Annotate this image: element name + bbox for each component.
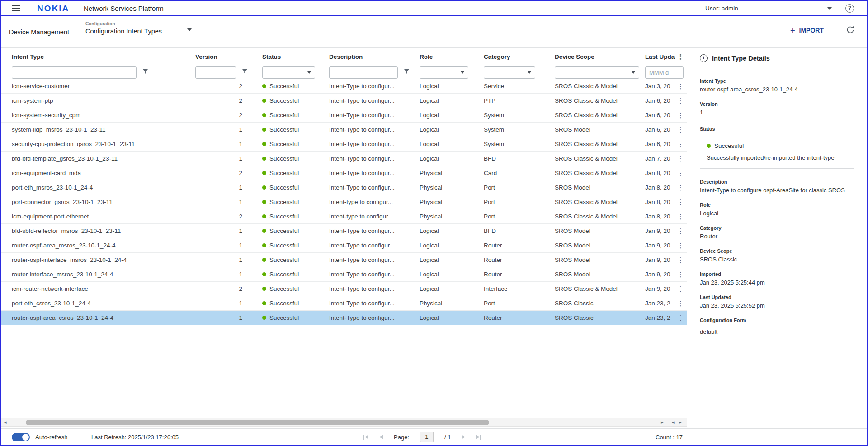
view-picker-caret-icon[interactable]	[187, 28, 192, 31]
column-header-device-scope[interactable]: Device Scope	[555, 53, 645, 60]
scrollbar-thumb[interactable]	[26, 420, 489, 425]
column-settings-icon[interactable]: ⋮	[675, 53, 687, 61]
column-header-intent-type[interactable]: Intent Type	[12, 53, 195, 60]
horizontal-scrollbar[interactable]: ◂ ▸ ◂ ▸	[1, 418, 687, 427]
status-filter-select[interactable]	[262, 66, 315, 79]
cell-description: Intent-Type to configur...	[329, 141, 420, 147]
category-filter-select[interactable]	[484, 66, 535, 79]
table-row[interactable]: port-connector_gsros_23-10-1_23-11 1 Suc…	[1, 195, 687, 209]
cell-last-updated: Jan 9, 20	[645, 285, 675, 292]
row-actions-icon[interactable]: ⋮	[675, 256, 687, 264]
cell-status: Successful	[262, 256, 329, 263]
table-row[interactable]: bfd-sbfd-reflector_msros_23-10-1_23-11 1…	[1, 224, 687, 238]
user-menu-caret-icon[interactable]	[827, 7, 832, 10]
auto-refresh-toggle[interactable]	[12, 433, 30, 441]
view-picker[interactable]: Configuration Configuration Intent Types	[85, 21, 162, 35]
column-header-last-updated[interactable]: Last Updated	[645, 53, 675, 60]
row-actions-icon[interactable]: ⋮	[675, 82, 687, 90]
cell-device-scope: SROS Classic	[555, 314, 645, 321]
status-success-dot-icon	[262, 258, 266, 262]
row-actions-icon[interactable]: ⋮	[675, 314, 687, 322]
table-row[interactable]: bfd-bfd-template_gsros_23-10-1_23-11 1 S…	[1, 152, 687, 166]
cell-category: Router	[484, 271, 555, 278]
user-menu-label[interactable]: User: admin	[705, 5, 738, 12]
table-row[interactable]: security-cpu-protection_gsros_23-10-1_23…	[1, 137, 687, 152]
row-actions-icon[interactable]: ⋮	[675, 270, 687, 279]
table-row[interactable]: system-lldp_msros_23-10-1_23-11 1 Succes…	[1, 123, 687, 137]
row-actions-icon[interactable]: ⋮	[675, 285, 687, 293]
row-actions-icon[interactable]: ⋮	[675, 111, 687, 119]
import-button[interactable]: + IMPORT	[790, 27, 824, 34]
row-actions-icon[interactable]: ⋮	[675, 169, 687, 177]
detail-version-label: Version	[700, 101, 854, 107]
row-actions-icon[interactable]: ⋮	[675, 213, 687, 221]
version-filter-funnel-icon[interactable]	[242, 68, 248, 76]
role-filter-select[interactable]	[420, 66, 468, 79]
table-row[interactable]: router-ospf-area_msros_23-10-1_24-4 1 Su…	[1, 238, 687, 253]
scroll-left-icon[interactable]: ◂	[4, 419, 7, 425]
row-actions-icon[interactable]: ⋮	[675, 126, 687, 134]
description-filter-input[interactable]	[329, 66, 398, 79]
table-row[interactable]: icm-equipment-card_mda 2 Successful Inte…	[1, 166, 687, 180]
scroll-page-right-icon[interactable]: ▸	[679, 419, 682, 425]
table-row[interactable]: router-interface_msros_23-10-1_24-4 1 Su…	[1, 267, 687, 282]
table-row[interactable]: icm-system-ptp 2 Successful Intent-Type …	[1, 94, 687, 108]
cell-device-scope: SROS Classic & Model	[555, 199, 645, 205]
refresh-icon[interactable]	[845, 25, 855, 35]
row-actions-icon[interactable]: ⋮	[675, 299, 687, 308]
status-success-dot-icon	[262, 287, 266, 291]
page-number-input[interactable]: 1	[420, 432, 434, 442]
cell-category: Port	[484, 199, 555, 205]
detail-role-value: Logical	[700, 210, 854, 217]
row-actions-icon[interactable]: ⋮	[675, 227, 687, 235]
row-actions-icon[interactable]: ⋮	[675, 242, 687, 250]
last-page-icon[interactable]	[476, 435, 481, 440]
table-row[interactable]: icm-router-network-interface 2 Successfu…	[1, 282, 687, 296]
cell-description: Intent-type to configur...	[329, 213, 420, 220]
cell-status: Successful	[262, 170, 329, 176]
previous-page-icon[interactable]	[379, 435, 383, 439]
table-filter-row	[1, 66, 687, 79]
column-header-description[interactable]: Description	[329, 53, 420, 60]
last-updated-filter-input[interactable]	[645, 66, 684, 79]
row-actions-icon[interactable]: ⋮	[675, 155, 687, 163]
table-row[interactable]: router-ospf-interface_msros_23-10-1_24-4…	[1, 253, 687, 267]
column-header-version[interactable]: Version	[195, 53, 262, 60]
cell-device-scope: SROS Model	[555, 256, 645, 263]
intent-type-filter-input[interactable]	[12, 66, 137, 79]
column-header-category[interactable]: Category	[484, 53, 555, 60]
version-filter-input[interactable]	[195, 66, 236, 79]
intent-type-filter-funnel-icon[interactable]	[142, 68, 148, 76]
scroll-page-left-icon[interactable]: ◂	[672, 419, 675, 425]
cell-intent-type: bfd-bfd-template_gsros_23-10-1_23-11	[12, 155, 195, 162]
column-header-role[interactable]: Role	[420, 53, 484, 60]
table-row[interactable]: icm-equipment-port-ethernet 2 Successful…	[1, 209, 687, 224]
table-row[interactable]: icm-service-customer 2 Successful Intent…	[1, 79, 687, 94]
device-scope-filter-select[interactable]	[555, 66, 639, 79]
cell-intent-type: icm-service-customer	[12, 83, 195, 90]
table-row[interactable]: port-eth_csros_23-10-1_24-4 1 Successful…	[1, 296, 687, 311]
status-text: Successful	[269, 83, 299, 90]
cell-category: Service	[484, 83, 555, 90]
cell-status: Successful	[262, 83, 329, 90]
scroll-right-icon[interactable]: ▸	[661, 419, 664, 425]
table-row[interactable]: router-ospf-area_csros_23-10-1_24-4 1 Su…	[1, 311, 687, 325]
row-actions-icon[interactable]: ⋮	[675, 140, 687, 148]
row-actions-icon[interactable]: ⋮	[675, 97, 687, 105]
cell-intent-type: icm-system-security_cpm	[12, 112, 195, 119]
column-header-status[interactable]: Status	[262, 53, 329, 60]
row-actions-icon[interactable]: ⋮	[675, 198, 687, 206]
description-filter-funnel-icon[interactable]	[404, 68, 410, 76]
pagination: Page: 1 / 1	[363, 432, 481, 442]
table-row[interactable]: icm-system-security_cpm 2 Successful Int…	[1, 108, 687, 123]
next-page-icon[interactable]	[462, 435, 465, 439]
row-actions-icon[interactable]: ⋮	[675, 184, 687, 192]
cell-device-scope: SROS Model	[555, 184, 645, 191]
table-row[interactable]: port-eth_msros_23-10-1_24-4 1 Successful…	[1, 180, 687, 195]
first-page-icon[interactable]	[363, 435, 368, 440]
help-icon[interactable]: ?	[845, 4, 854, 13]
cell-category: Router	[484, 256, 555, 263]
hamburger-menu-icon[interactable]	[12, 5, 20, 11]
cell-status: Successful	[262, 314, 329, 321]
detail-device-scope-label: Device Scope	[700, 248, 854, 254]
